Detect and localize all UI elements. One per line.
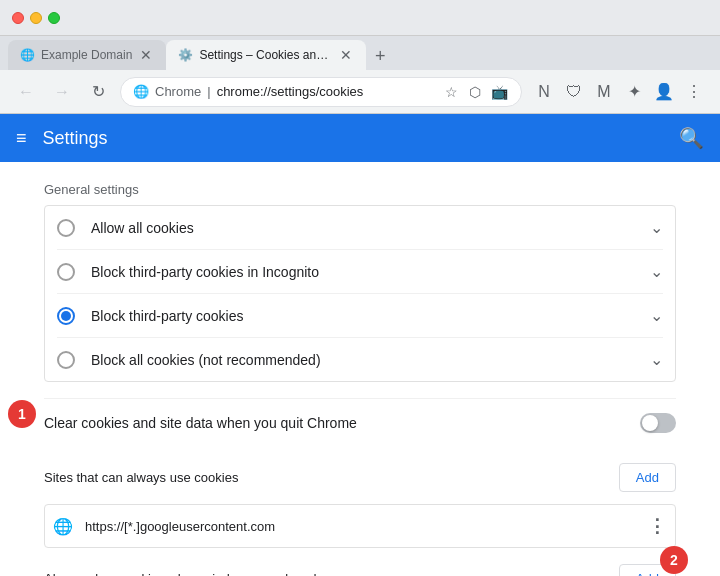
maximize-window-button[interactable] — [48, 12, 60, 24]
toolbar-icons: N 🛡 M ✦ 👤 ⋮ — [530, 78, 708, 106]
address-bar[interactable]: 🌐 Chrome | chrome://settings/cookies ☆ ⬡… — [120, 77, 522, 107]
step-badge-2: 2 — [660, 546, 688, 574]
cast-icon[interactable]: 📺 — [489, 84, 509, 100]
radio-inner-block-third-party — [61, 311, 71, 321]
settings-page: ≡ Settings 🔍 General settings Allow — [0, 114, 720, 576]
traffic-lights — [12, 12, 60, 24]
chevron-block-all-icon: ⌄ — [650, 350, 663, 369]
save-page-icon[interactable]: ⬡ — [465, 84, 485, 100]
clear-cookies-toggle[interactable] — [640, 413, 676, 433]
tab-close-2[interactable]: ✕ — [338, 46, 354, 64]
general-settings-label: General settings — [44, 182, 676, 197]
note-icon[interactable]: N — [530, 78, 558, 106]
cookie-options-box: Allow all cookies ⌄ Block third-party co… — [44, 205, 676, 382]
settings-page-title: Settings — [43, 128, 108, 149]
cookie-option-block-all[interactable]: Block all cookies (not recommended) ⌄ — [57, 338, 663, 381]
radio-block-third-party[interactable] — [57, 307, 75, 325]
sites-header: Sites that can always use cookies Add — [44, 463, 676, 492]
chevron-block-incognito-icon: ⌄ — [650, 262, 663, 281]
tab-example-domain[interactable]: 🌐 Example Domain ✕ — [8, 40, 166, 70]
always-clear-label: Always clear cookies when windows are cl… — [44, 571, 619, 576]
tab-label-2: Settings – Cookies and other s — [199, 48, 332, 62]
header-left: ≡ Settings — [16, 128, 108, 149]
settings-inner: General settings Allow all cookies ⌄ — [20, 162, 700, 576]
toggle-knob — [642, 415, 658, 431]
sites-always-add-button[interactable]: Add — [619, 463, 676, 492]
tab-close-1[interactable]: ✕ — [138, 46, 154, 64]
address-separator: | — [207, 84, 210, 99]
address-url: chrome://settings/cookies — [217, 84, 364, 99]
chevron-block-third-party-icon: ⌄ — [650, 306, 663, 325]
settings-search-icon[interactable]: 🔍 — [679, 126, 704, 150]
chrome-menu-icon[interactable]: ⋮ — [680, 78, 708, 106]
new-tab-button[interactable]: + — [366, 42, 394, 70]
cookie-option-block-third-party[interactable]: Block third-party cookies ⌄ — [57, 294, 663, 338]
clear-cookies-label: Clear cookies and site data when you qui… — [44, 415, 640, 431]
cookie-option-block-incognito[interactable]: Block third-party cookies in Incognito ⌄ — [57, 250, 663, 294]
cookie-option-allow-all[interactable]: Allow all cookies ⌄ — [57, 206, 663, 250]
address-scheme: Chrome — [155, 84, 201, 99]
address-bar-icons: ☆ ⬡ 📺 — [441, 84, 509, 100]
back-button[interactable]: ← — [12, 78, 40, 106]
profile-m-icon[interactable]: M — [590, 78, 618, 106]
sites-always-label: Sites that can always use cookies — [44, 470, 619, 485]
chevron-allow-all-icon: ⌄ — [650, 218, 663, 237]
close-window-button[interactable] — [12, 12, 24, 24]
title-bar — [0, 0, 720, 36]
step-badge-1: 1 — [8, 400, 36, 428]
site-more-icon[interactable]: ⋮ — [648, 515, 667, 537]
sites-always-section: Sites that can always use cookies Add 🌐 … — [44, 463, 676, 548]
tabs-row: 🌐 Example Domain ✕ ⚙️ Settings – Cookies… — [0, 36, 720, 70]
radio-block-incognito[interactable] — [57, 263, 75, 281]
hamburger-menu-icon[interactable]: ≡ — [16, 128, 27, 149]
forward-button[interactable]: → — [48, 78, 76, 106]
site-globe-icon: 🌐 — [53, 517, 73, 536]
settings-content: General settings Allow all cookies ⌄ — [0, 162, 720, 576]
address-globe-icon: 🌐 — [133, 84, 149, 99]
site-url: https://[*.]googleusercontent.com — [85, 519, 648, 534]
cookie-option-label-allow-all: Allow all cookies — [91, 220, 642, 236]
site-row-googleusercontent: 🌐 https://[*.]googleusercontent.com ⋮ — [44, 504, 676, 548]
radio-allow-all[interactable] — [57, 219, 75, 237]
radio-block-all[interactable] — [57, 351, 75, 369]
cookie-option-label-block-all: Block all cookies (not recommended) — [91, 352, 642, 368]
settings-header: ≡ Settings 🔍 — [0, 114, 720, 162]
star-icon[interactable]: ☆ — [441, 84, 461, 100]
tab-favicon-2: ⚙️ — [178, 48, 193, 62]
cookie-option-label-block-incognito: Block third-party cookies in Incognito — [91, 264, 642, 280]
tab-favicon-1: 🌐 — [20, 48, 35, 62]
tab-label-1: Example Domain — [41, 48, 132, 62]
cookie-option-label-block-third-party: Block third-party cookies — [91, 308, 642, 324]
shield-icon[interactable]: 🛡 — [560, 78, 588, 106]
always-clear-section: Always clear cookies when windows are cl… — [44, 564, 676, 576]
extensions-icon[interactable]: ✦ — [620, 78, 648, 106]
tab-settings[interactable]: ⚙️ Settings – Cookies and other s ✕ — [166, 40, 366, 70]
minimize-window-button[interactable] — [30, 12, 42, 24]
reload-button[interactable]: ↻ — [84, 78, 112, 106]
browser-body: 1 2 ≡ Settings 🔍 General settings — [0, 114, 720, 576]
clear-cookies-toggle-row: Clear cookies and site data when you qui… — [44, 398, 676, 447]
user-avatar-icon[interactable]: 👤 — [650, 78, 678, 106]
address-bar-row: ← → ↻ 🌐 Chrome | chrome://settings/cooki… — [0, 70, 720, 114]
